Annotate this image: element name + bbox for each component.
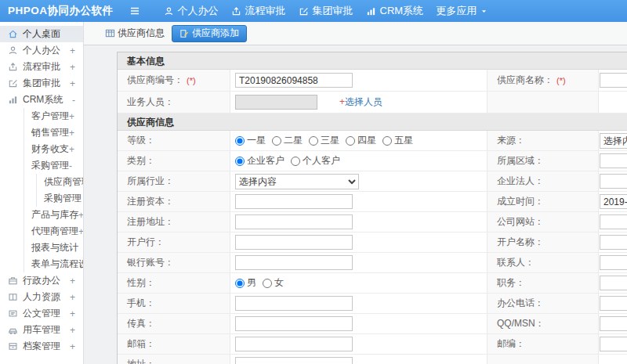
tab-bar: 供应商信息 供应商添加 [84, 22, 627, 45]
pick-staff-link[interactable]: +选择人员 [339, 96, 382, 109]
car-icon [8, 325, 18, 335]
field-label: 性别： [118, 273, 230, 293]
user-icon [8, 45, 18, 56]
field-label: 等级： [118, 131, 230, 150]
nav-group-approval[interactable]: 集团审批 [299, 4, 353, 18]
website-input[interactable] [600, 214, 627, 229]
category-radio-1[interactable]: 企业客户 [235, 154, 285, 168]
empty-cell [599, 92, 627, 113]
caret-down-icon [480, 8, 487, 15]
field-label: 开户名称： [487, 232, 599, 252]
expand-icon[interactable]: + [69, 144, 74, 155]
expand-icon[interactable]: + [70, 45, 75, 56]
sidebar-item-finance[interactable]: 财务收支 + [24, 141, 83, 157]
registered-address-input[interactable] [235, 214, 353, 229]
sidebar-item-personal-desktop[interactable]: 个人桌面 [0, 26, 83, 42]
sidebar-item-group-approval[interactable]: 集团审批 + [0, 75, 83, 92]
expand-icon[interactable]: + [69, 111, 74, 122]
grade-radio-2[interactable]: 二星 [272, 134, 303, 147]
email-input[interactable] [235, 337, 353, 351]
sidebar-item-agent-mgmt[interactable]: 代理商管理 + [24, 223, 83, 240]
form-row-grade: 等级： 一星 二星 三星 四星 五星 来源： 选择 [118, 131, 627, 151]
field-label: 注册资本： [118, 192, 230, 211]
sidebar-item-form-flow-settings[interactable]: 表单与流程设置 + [24, 256, 83, 272]
gender-radio-male[interactable]: 男 [235, 276, 256, 290]
expand-icon[interactable]: + [70, 325, 75, 336]
expand-icon[interactable]: + [78, 226, 84, 237]
account-name-input[interactable] [600, 235, 627, 250]
sidebar-item-crm-system[interactable]: CRM系统 - [0, 92, 83, 108]
expand-icon[interactable]: + [70, 292, 75, 303]
source-select[interactable]: 选择内容 [600, 133, 627, 149]
nav-workflow-approval[interactable]: 流程审批 [231, 4, 286, 18]
address-input[interactable] [235, 357, 353, 364]
tab-supplier-add[interactable]: 供应商添加 [172, 25, 247, 42]
expand-icon[interactable]: + [69, 128, 74, 139]
field-label: 联系人： [487, 253, 599, 272]
field-label: 传真： [118, 314, 230, 333]
nav-crm-system[interactable]: CRM系统 [366, 4, 424, 18]
zipcode-input[interactable] [600, 337, 627, 351]
industry-select[interactable]: 选择内容 [235, 174, 359, 189]
form-row-capital: 注册资本： 成立时间： [118, 192, 627, 212]
grade-radio-4[interactable]: 四星 [346, 134, 376, 147]
expand-icon[interactable]: + [70, 78, 75, 89]
fax-input[interactable] [235, 316, 353, 331]
sidebar-item-admin-office[interactable]: 行政办公 + [0, 272, 83, 289]
contact-input[interactable] [600, 255, 627, 270]
sidebar-item-hr[interactable]: 人力资源 + [0, 289, 83, 305]
hamburger-menu-icon[interactable] [129, 5, 140, 16]
nav-label: 集团审批 [313, 4, 353, 18]
qq-msn-input[interactable] [600, 316, 627, 331]
sidebar-item-document-mgmt[interactable]: 公文管理 + [0, 305, 83, 322]
field-label: QQ/MSN： [487, 314, 599, 333]
sidebar-item-customer-mgmt[interactable]: 客户管理 + [24, 108, 83, 124]
collapse-icon[interactable]: - [69, 160, 72, 171]
mobile-input[interactable] [235, 296, 353, 311]
supplier-no-input[interactable] [235, 73, 353, 88]
legal-person-input[interactable] [600, 174, 627, 189]
grade-radio-1[interactable]: 一星 [235, 134, 266, 147]
field-label: 办公电话： [487, 294, 599, 313]
top-nav: 个人办公 流程审批 集团审批 CRM系统 更多应用 [151, 4, 488, 18]
position-input[interactable] [600, 276, 627, 290]
sidebar-item-purchase-mgmt-sub[interactable]: 采购管理 [37, 190, 83, 207]
sidebar-item-workflow-approval[interactable]: 流程审批 + [0, 59, 83, 75]
expand-icon[interactable]: + [78, 210, 84, 221]
supplier-name-input[interactable] [600, 73, 627, 88]
registered-capital-input[interactable] [235, 194, 353, 209]
collapse-icon[interactable]: - [72, 95, 75, 106]
bank-input[interactable] [235, 235, 353, 250]
app-window: PHPOA协同办公软件 个人办公 流程审批 集团审批 [0, 0, 627, 364]
sidebar-item-sales-mgmt[interactable]: 销售管理 + [24, 124, 83, 141]
sidebar-item-personal-office[interactable]: 个人办公 + [0, 42, 83, 59]
expand-icon[interactable]: + [70, 308, 75, 319]
expand-icon[interactable]: + [70, 341, 75, 352]
region-input[interactable] [600, 153, 627, 168]
nav-personal-office[interactable]: 个人办公 [164, 4, 219, 18]
category-radio-2[interactable]: 个人客户 [291, 154, 340, 168]
sidebar-item-archive-mgmt[interactable]: 档案管理 + [0, 338, 83, 355]
category-radio-group: 企业客户 个人客户 [235, 154, 346, 168]
bank-account-input[interactable] [235, 255, 353, 270]
field-label: 类别： [118, 151, 230, 171]
founded-date-input[interactable] [600, 194, 627, 209]
office-phone-input[interactable] [600, 296, 627, 311]
staff-input [235, 95, 317, 110]
flow-icon [8, 62, 18, 72]
gender-radio-female[interactable]: 女 [263, 276, 284, 290]
grade-radio-5[interactable]: 五星 [382, 134, 413, 147]
sidebar-item-reports-stats[interactable]: 报表与统计 [24, 240, 83, 256]
field-label: 手机： [118, 294, 230, 313]
expand-icon[interactable]: + [70, 62, 75, 73]
nav-more-apps[interactable]: 更多应用 [436, 4, 487, 18]
chart-icon [366, 6, 376, 16]
expand-icon[interactable]: + [70, 276, 75, 287]
tab-supplier-info[interactable]: 供应商信息 [105, 27, 165, 40]
sidebar-item-supplier-mgmt[interactable]: 供应商管理 [37, 174, 83, 190]
sidebar-item-product-inventory[interactable]: 产品与库存 + [24, 207, 83, 223]
sidebar-item-vehicle-mgmt[interactable]: 用车管理 + [0, 322, 83, 338]
grade-radio-3[interactable]: 三星 [309, 134, 339, 147]
app-title: PHPOA协同办公软件 [8, 4, 114, 18]
sidebar-item-purchase-mgmt[interactable]: 采购管理 - [24, 157, 83, 174]
